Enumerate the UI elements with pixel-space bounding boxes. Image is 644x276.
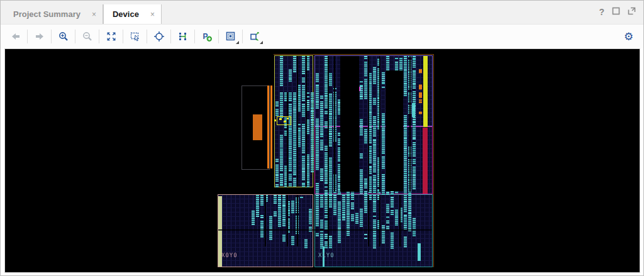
zoom-out-button[interactable] (77, 28, 97, 45)
pblock-icon: P (201, 31, 213, 42)
close-icon[interactable]: × (92, 10, 96, 19)
forward-arrow-icon (34, 31, 45, 42)
draw-pblock-button[interactable]: P (197, 28, 216, 45)
forward-button[interactable] (30, 28, 49, 45)
tab-project-summary-label: Project Summary (13, 9, 80, 19)
zoom-in-icon (58, 31, 69, 42)
close-icon[interactable]: × (150, 10, 155, 19)
dropdown-arrow-icon (236, 41, 239, 44)
toolbar: P ⚙ (1, 25, 643, 48)
tab-device[interactable]: Device × (103, 4, 162, 24)
zoom-fit-icon (106, 31, 117, 42)
expand-connections-button[interactable] (245, 28, 264, 45)
routing-resources-button[interactable] (173, 28, 192, 45)
expand-connections-icon (249, 31, 260, 42)
toolbar-separator (99, 30, 99, 43)
device-floorplan: X0Y0 X1Y0 (217, 54, 434, 268)
toolbar-separator (242, 30, 243, 43)
float-icon[interactable] (612, 6, 620, 18)
dropdown-arrow-icon (260, 41, 263, 44)
toolbar-separator (218, 30, 219, 43)
toolbar-separator (51, 30, 52, 43)
autofit-selection-icon (153, 31, 165, 42)
toolbar-separator (170, 30, 171, 43)
autofit-selection-button[interactable] (149, 28, 169, 45)
back-button[interactable] (6, 28, 25, 45)
select-area-button[interactable] (125, 28, 145, 45)
select-area-icon (130, 31, 141, 42)
help-icon[interactable]: ? (599, 7, 604, 17)
routing-resources-icon (177, 31, 189, 42)
tab-device-label: Device (113, 9, 139, 19)
maximize-icon[interactable] (628, 6, 636, 18)
vivado-device-window: Project Summary × Device × ? (0, 0, 644, 276)
toolbar-separator (123, 30, 123, 43)
gear-icon: ⚙ (624, 31, 633, 42)
back-arrow-icon (10, 31, 21, 42)
device-canvas-area[interactable]: X0Y0 X1Y0 (4, 48, 640, 273)
settings-button[interactable]: ⚙ (619, 28, 638, 45)
cell-shapes-button[interactable] (221, 28, 240, 45)
zoom-fit-button[interactable] (101, 28, 121, 45)
zoom-out-icon (82, 31, 93, 42)
toolbar-separator (75, 30, 75, 43)
tab-bar: Project Summary × Device × ? (1, 1, 643, 25)
cell-shapes-icon (225, 31, 236, 42)
toolbar-separator (194, 30, 195, 43)
toolbar-separator (147, 30, 147, 43)
tab-project-summary[interactable]: Project Summary × (4, 4, 103, 24)
device-floorplan-canvas[interactable] (217, 54, 434, 268)
zoom-in-button[interactable] (53, 28, 73, 45)
toolbar-separator (27, 30, 28, 43)
